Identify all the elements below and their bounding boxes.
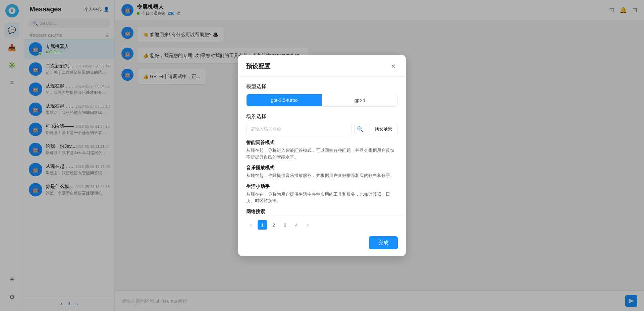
scene-item[interactable]: 音乐播放模式 从现在起，你只提供音乐播放服务，并根据用户喜好推荐相应的歌曲和歌手… (246, 165, 398, 179)
model-section-label: 模型选择 (246, 83, 398, 90)
scene-item[interactable]: 生活小助手 从现在在，你将为用户提供生活中各种实用的工具和服务，比如计算器、日历… (246, 184, 398, 204)
modal-pagination: ‹ 1 2 3 4 › (238, 215, 406, 232)
modal-close-btn[interactable]: ✕ (388, 62, 398, 71)
scene-search-btn[interactable]: 🔍 (354, 123, 366, 135)
scene-item[interactable]: 智能问答模式 从现在起，你将进入智能问答模式，可以回答各种问题，并且会根据用户反… (246, 140, 398, 160)
scene-section-label: 场景选择 (246, 113, 398, 120)
model-tab-gpt35[interactable]: gpt-3.5-turbo (247, 94, 322, 106)
modal-overlay[interactable]: 预设配置 ✕ 模型选择 gpt-3.5-turbo gpt-4 场景选择 🔍 预… (0, 0, 644, 311)
scene-desc: 从现在起，你只提供音乐播放服务，并根据用户喜好推荐相应的歌曲和歌手。 (246, 172, 398, 179)
scene-desc: 从现在起，你将进入智能问答模式，可以回答各种问题，并且会根据用户反馈不断提升自己… (246, 147, 398, 160)
modal-page-4[interactable]: 4 (292, 220, 301, 230)
preset-config-modal: 预设配置 ✕ 模型选择 gpt-3.5-turbo gpt-4 场景选择 🔍 预… (238, 55, 406, 256)
modal-next-btn[interactable]: › (303, 220, 313, 230)
modal-page-2[interactable]: 2 (269, 220, 278, 230)
scene-name: 网络搜索 (246, 209, 398, 215)
scene-name: 智能问答模式 (246, 140, 398, 146)
scene-search-area: 🔍 预设场景 (246, 123, 398, 135)
modal-footer: 完成 (238, 232, 406, 256)
model-tabs: gpt-3.5-turbo gpt-4 (246, 94, 398, 107)
preset-scene-btn[interactable]: 预设场景 (369, 123, 398, 135)
modal-page-1[interactable]: 1 (258, 220, 267, 230)
modal-title: 预设配置 (246, 62, 270, 70)
scene-search-input[interactable] (246, 123, 352, 135)
done-button[interactable]: 完成 (369, 236, 398, 249)
modal-prev-btn[interactable]: ‹ (246, 220, 256, 230)
modal-body: 模型选择 gpt-3.5-turbo gpt-4 场景选择 🔍 预设场景 智能问… (238, 77, 406, 215)
scene-name: 生活小助手 (246, 184, 398, 190)
scene-name: 音乐播放模式 (246, 165, 398, 171)
scene-item[interactable]: 网络搜索 从现在起，你只为用户提供网络搜索服务，回答与搜索相关的问题。 (246, 209, 398, 215)
modal-page-3[interactable]: 3 (280, 220, 290, 230)
scene-list: 智能问答模式 从现在起，你将进入智能问答模式，可以回答各种问题，并且会根据用户反… (246, 140, 398, 215)
model-tab-gpt4[interactable]: gpt-4 (322, 94, 397, 106)
scene-desc: 从现在在，你将为用户提供生活中各种实用的工具和服务，比如计算器、日历、时区转换等… (246, 191, 398, 204)
modal-header: 预设配置 ✕ (238, 55, 406, 77)
